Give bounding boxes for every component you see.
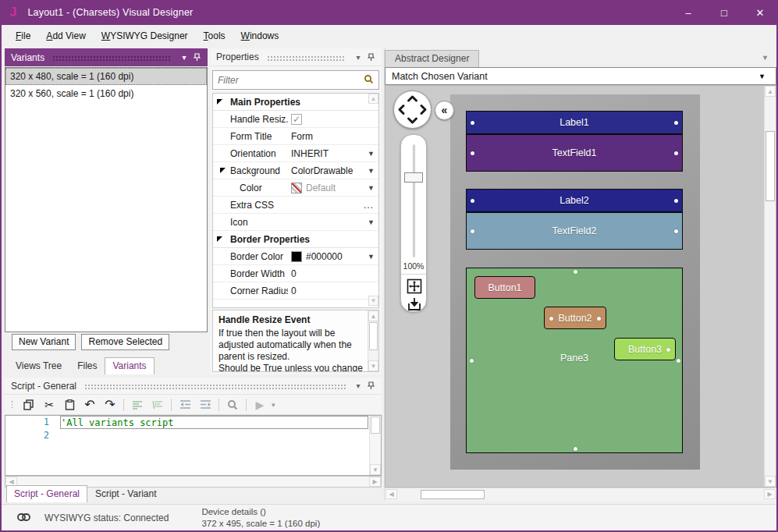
panel-menu-arrow-icon[interactable]: ▾	[352, 381, 364, 390]
menu-tools[interactable]: Tools	[196, 27, 233, 44]
anchor-dot[interactable]	[471, 151, 474, 155]
description-scrollbar[interactable]: ▲ ▼	[368, 310, 378, 371]
anchor-dot[interactable]	[674, 229, 678, 233]
scroll-down-icon[interactable]: ▼	[368, 360, 378, 371]
collapse-toolbox-button[interactable]: «	[435, 101, 454, 120]
zoom-slider-handle[interactable]	[404, 172, 423, 183]
copy-icon[interactable]	[20, 397, 37, 413]
anchor-dot[interactable]	[597, 317, 601, 321]
menu-add-view[interactable]: Add View	[38, 27, 94, 44]
tab-variants[interactable]: Variants	[105, 357, 154, 374]
maximize-button[interactable]: □	[706, 0, 742, 25]
toolbar-overflow-icon[interactable]: ▾	[272, 401, 275, 409]
dropdown-arrow-icon[interactable]: ▼	[368, 167, 375, 175]
handle-resize-checkbox[interactable]: ✓	[291, 114, 302, 125]
device-form[interactable]: Label1 TextField1 Label2 TextField2	[450, 94, 700, 470]
grid-scroll-down-icon[interactable]: ▼	[368, 296, 378, 306]
pin-icon[interactable]	[190, 53, 203, 62]
property-row-border-color[interactable]: Border Color #000000 ▼	[213, 248, 378, 265]
menu-file[interactable]: File	[8, 27, 38, 44]
scrollbar-thumb[interactable]	[369, 322, 378, 350]
panel-menu-arrow-icon[interactable]: ▼	[762, 54, 769, 62]
variant-list-item[interactable]: 320 x 480, scale = 1 (160 dpi)	[5, 68, 207, 85]
background-value[interactable]: ColorDrawable	[291, 165, 353, 176]
anchor-dot[interactable]	[574, 447, 577, 451]
scrollbar-thumb[interactable]	[371, 417, 380, 434]
border-width-value[interactable]: 0	[288, 268, 378, 279]
scroll-left-icon[interactable]: ◀	[385, 489, 397, 499]
widget-textfield1[interactable]: TextField1	[466, 134, 683, 172]
scroll-down-icon[interactable]: ▼	[765, 476, 776, 487]
comment-icon[interactable]	[129, 397, 146, 413]
orientation-value[interactable]: INHERIT	[291, 148, 329, 159]
anchor-dot[interactable]	[666, 348, 670, 352]
anchor-dot[interactable]	[471, 229, 474, 233]
panel-menu-arrow-icon[interactable]: ▾	[178, 53, 190, 62]
form-title-value[interactable]: Form	[288, 131, 378, 142]
anchor-dot[interactable]	[471, 199, 474, 203]
property-row-corner-radius[interactable]: Corner Radius 0 ▼	[213, 282, 378, 300]
anchor-dot[interactable]	[470, 359, 474, 363]
grid-scroll-up-icon[interactable]: ▲	[368, 94, 378, 104]
close-button[interactable]: ✕	[742, 0, 778, 25]
property-row-icon[interactable]: Icon ▼	[213, 214, 378, 231]
property-row-form-title[interactable]: Form Title Form	[213, 128, 378, 145]
designer-canvas[interactable]: Label1 TextField1 Label2 TextField2	[385, 85, 776, 488]
editor-vertical-scrollbar[interactable]: ▼	[369, 416, 381, 475]
pin-icon[interactable]	[364, 381, 377, 390]
property-row-orientation[interactable]: Orientation INHERIT ▼	[213, 145, 378, 162]
anchor-dot[interactable]	[674, 121, 678, 125]
indent-icon[interactable]	[197, 397, 214, 413]
variant-match-combobox[interactable]: Match Chosen Variant ▼	[385, 67, 776, 85]
tab-script-general[interactable]: Script - General	[6, 485, 87, 502]
property-row-extra-css[interactable]: Extra CSS ...	[213, 197, 378, 214]
code-line[interactable]: 1 'All variants script	[5, 416, 381, 429]
scroll-down-icon[interactable]: ▼	[370, 464, 381, 475]
dropdown-arrow-icon[interactable]: ▼	[368, 218, 375, 226]
widget-label1[interactable]: Label1	[466, 111, 683, 134]
property-row-handle-resize[interactable]: Handle Resiz... ✓	[213, 111, 378, 128]
border-color-value[interactable]: #000000	[306, 251, 343, 262]
uncomment-icon[interactable]	[149, 397, 166, 413]
tab-files[interactable]: Files	[69, 357, 105, 374]
property-group-row[interactable]: Main Properties ▲	[213, 94, 378, 111]
canvas-vertical-scrollbar[interactable]: ▲ ▼	[764, 86, 776, 487]
dropdown-arrow-icon[interactable]: ▼	[368, 184, 375, 192]
panel-menu-arrow-icon[interactable]: ▾	[352, 53, 364, 62]
cut-icon[interactable]: ✂	[41, 397, 58, 413]
pin-icon[interactable]	[364, 53, 377, 62]
anchor-dot[interactable]	[549, 317, 553, 321]
code-line[interactable]: 2	[5, 429, 381, 442]
variant-list-item[interactable]: 320 x 560, scale = 1 (160 dpi)	[5, 85, 207, 102]
undo-icon[interactable]: ↶	[81, 397, 98, 413]
anchor-dot[interactable]	[471, 121, 474, 125]
color-value[interactable]: Default	[306, 183, 336, 193]
widget-button2[interactable]: Button2	[544, 307, 606, 329]
outdent-icon[interactable]	[176, 397, 194, 413]
corner-radius-value[interactable]: 0	[288, 286, 378, 296]
pan-control[interactable]	[393, 90, 432, 129]
scroll-right-icon[interactable]: ▶	[764, 489, 776, 499]
run-icon[interactable]: ▶	[251, 397, 268, 413]
scroll-up-icon[interactable]: ▲	[368, 310, 378, 321]
minimize-button[interactable]: –	[670, 0, 706, 25]
scroll-right-icon[interactable]: ▶	[369, 477, 381, 487]
redo-icon[interactable]: ↷	[101, 397, 119, 413]
widget-button1[interactable]: Button1	[474, 276, 535, 299]
scrollbar-thumb[interactable]	[421, 490, 485, 499]
dropdown-arrow-icon[interactable]: ▼	[368, 150, 375, 158]
property-row-border-width[interactable]: Border Width 0	[213, 265, 378, 282]
menu-windows[interactable]: Windows	[233, 27, 287, 44]
fit-to-screen-icon[interactable]	[407, 278, 422, 294]
menu-wysiwyg-designer[interactable]: WYSIWYG Designer	[94, 27, 196, 44]
property-group-row[interactable]: Border Properties	[213, 231, 378, 248]
scrollbar-thumb[interactable]	[766, 131, 775, 201]
new-variant-button[interactable]: New Variant	[12, 334, 76, 350]
widget-textfield2[interactable]: TextField2	[466, 212, 683, 250]
property-filter-input[interactable]	[218, 75, 364, 86]
tab-views-tree[interactable]: Views Tree	[8, 357, 69, 374]
anchor-dot[interactable]	[674, 151, 678, 155]
paste-icon[interactable]	[61, 397, 78, 413]
tab-abstract-designer[interactable]: Abstract Designer	[385, 50, 479, 67]
search-icon[interactable]	[364, 74, 374, 87]
